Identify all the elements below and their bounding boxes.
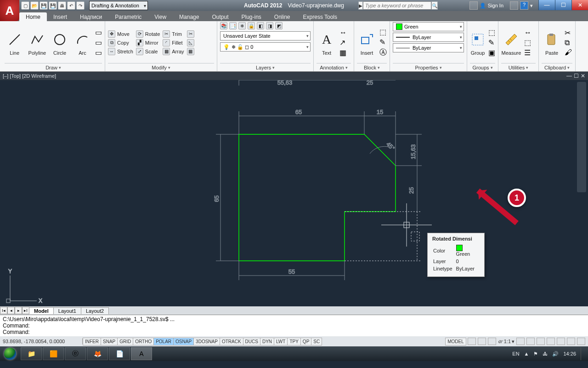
qat-undo-icon[interactable]: ↶ [67,1,75,10]
status-toggle-sc[interactable]: SC [311,338,322,345]
panel-title-annotation[interactable]: Annotation [317,63,351,71]
status-toggle-osnap[interactable]: OSNAP [173,338,194,345]
status-toggle-grid[interactable]: GRID [117,338,133,345]
task-misc[interactable]: 📄 [109,347,130,360]
vp-min-icon[interactable]: — [566,73,572,79]
xdrop-icon[interactable] [510,1,518,10]
sb-f-icon[interactable] [567,338,575,345]
draw-hatch-icon[interactable]: ▭ [95,38,102,47]
tray-clock[interactable]: 14:26 [563,351,576,356]
qat-plot-icon[interactable]: 🖶 [58,1,66,10]
panel-title-clipboard[interactable]: Clipboard [542,63,572,71]
attr-icon[interactable]: Ⓐ [379,48,387,58]
extend-icon[interactable]: ✂ [187,30,194,38]
tray-net-icon[interactable]: 🖧 [543,351,548,356]
panel-title-layers[interactable]: Layers [220,63,311,71]
status-toggle-3dosnap[interactable]: 3DOSNAP [193,338,220,345]
array-button[interactable]: ▦Array [163,48,184,55]
task-explorer[interactable]: 📁 [21,347,42,360]
sb-nav-icon[interactable] [478,338,486,345]
tab-insert[interactable]: Insert [47,12,74,21]
ungroup-icon[interactable]: ⬚ [488,28,495,37]
viewport-label[interactable]: [–] [Top] [2D Wireframe] [3,73,56,79]
search-play-icon[interactable]: ▶ [358,1,363,10]
status-toggle-infer[interactable]: INFER [83,338,101,345]
qat-redo-icon[interactable]: ↷ [76,1,85,10]
groupedit-icon[interactable]: ✎ [488,38,495,47]
polyline-button[interactable]: Polyline [27,30,47,56]
trim-button[interactable]: ✂Trim [163,30,184,38]
task-firefox[interactable]: 🦊 [87,347,108,360]
layerprops-icon[interactable]: 📚 [220,22,227,29]
match-icon[interactable]: 🖌 [565,48,572,57]
maximise-button[interactable]: ☐ [555,0,571,10]
status-toggle-polar[interactable]: POLAR [153,338,174,345]
paste-button[interactable]: Paste [542,30,562,56]
tab-home[interactable]: Home [19,12,47,21]
workspace-dropdown[interactable]: Drafting & Annotation [89,1,148,10]
tab-express tools[interactable]: Express Tools [297,12,344,21]
layerfrz-icon[interactable]: ❄ [238,22,246,29]
annoscale-button[interactable]: 🙰1:1▾ [498,339,514,345]
tray-up-icon[interactable]: ▲ [524,351,529,356]
lineweight-dropdown[interactable]: ByLayer [393,33,464,42]
qat-saveas-icon[interactable]: 💾 [49,1,57,10]
edit-icon[interactable]: ✎ [379,38,387,46]
layeriso-icon[interactable]: 📑 [229,22,237,29]
copy-icon[interactable]: ⧉ [565,39,572,47]
command-line[interactable]: C:\Users\Miro\appdata\local\temp\Video7-… [0,315,588,336]
coordinate-readout[interactable]: 93.8698, -178.0054, 0.0000 [0,339,83,344]
mirror-button[interactable]: ▞Mirror [136,39,160,46]
sb-a-icon[interactable] [516,338,525,345]
leader-icon[interactable]: ↗ [339,38,347,47]
layout-prev-icon[interactable]: ◂ [7,307,15,314]
layout-tab-layout1[interactable]: Layout1 [53,307,81,314]
fillet-button[interactable]: ◜Fillet [163,39,184,46]
sb-e-icon[interactable] [557,338,565,345]
linetype-dropdown[interactable]: ByLayer [393,43,464,52]
select-icon[interactable]: ⬚ [524,38,531,47]
help-drop-icon[interactable]: ▾ [530,3,533,9]
qat-open-icon[interactable]: 📂 [30,1,39,10]
measure-button[interactable]: Measure [501,30,521,56]
copy-button[interactable]: ⧉Copy [108,39,133,46]
close-button[interactable]: ✕ [571,0,588,10]
qp-icon[interactable]: ☰ [524,48,531,57]
tab-manage[interactable]: Manage [173,12,205,21]
vp-close-icon[interactable]: ✕ [581,73,585,79]
signin-link[interactable]: Sign In [488,3,503,8]
layout-tab-layout2[interactable]: Layout2 [81,307,109,314]
show-desktop-button[interactable] [581,347,584,360]
tray-vol-icon[interactable]: 🔊 [552,351,559,357]
search-icon[interactable]: 🔍 [431,1,438,10]
tab-online[interactable]: Online [268,12,297,21]
tray-flag-icon[interactable]: ⚑ [533,351,538,357]
drawing-canvas[interactable]: Y X 55,63 25 65 15 [0,80,588,306]
status-toggle-qp[interactable]: QP [300,338,311,345]
task-autocad[interactable]: A [131,347,152,360]
task-ie[interactable]: ⓔ [65,347,86,360]
panel-title-groups[interactable]: Groups [470,63,495,71]
task-player[interactable]: 🟧 [43,347,64,360]
layout-next-icon[interactable]: ▸ [15,307,22,314]
tab-plug-ins[interactable]: Plug-ins [235,12,268,21]
chamfer-icon[interactable]: ◺ [187,39,194,46]
layout-last-icon[interactable]: ▸I [22,307,29,314]
qat-save-icon[interactable]: 💾 [40,1,48,10]
layout-tab-model[interactable]: Model [29,307,54,314]
tab-view[interactable]: View [148,12,173,21]
tab-надписи[interactable]: Надписи [74,12,108,21]
groupbb-icon[interactable]: ▣ [488,48,495,57]
sb-d-icon[interactable] [547,338,555,345]
layermore1-icon[interactable]: ◧ [257,22,264,29]
tab-output[interactable]: Output [205,12,235,21]
scale-button[interactable]: ⤢Scale [136,48,160,55]
status-toggle-dyn[interactable]: DYN [260,338,274,345]
sb-qv-icon[interactable] [488,338,496,345]
draw-more-icon[interactable]: ▭ [95,48,102,57]
arc-button[interactable]: Arc [73,30,92,56]
group-button[interactable]: Group [470,30,486,56]
layermore2-icon[interactable]: ◨ [266,22,273,29]
search-input[interactable] [363,1,431,10]
model-toggle[interactable]: MODEL [445,338,466,345]
